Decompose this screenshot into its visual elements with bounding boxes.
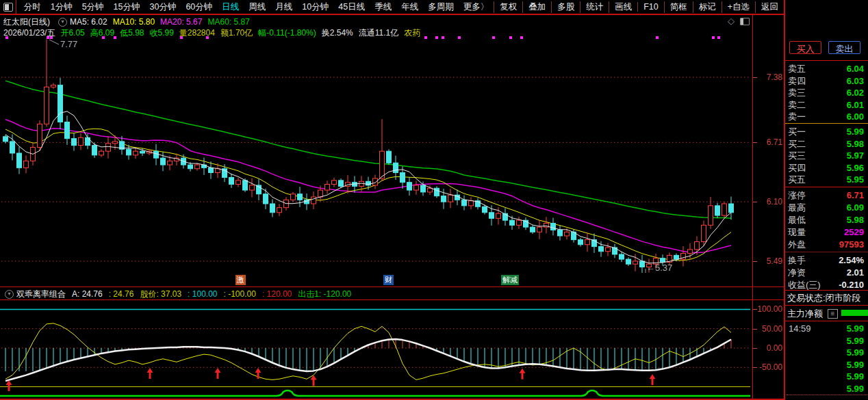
event-marker[interactable]: 财 — [383, 275, 394, 285]
period-tab-6[interactable]: 日线 — [217, 1, 244, 13]
period-tab-2[interactable]: 5分钟 — [77, 1, 109, 13]
indicator-info-segment: : -100.00 — [223, 289, 255, 299]
diamond-icon[interactable]: ◇ — [728, 16, 735, 26]
sell-level-row: 卖一6.00 — [785, 111, 868, 122]
signal-dot — [717, 36, 720, 39]
tool-button-6[interactable]: 简框 — [664, 1, 693, 13]
period-tab-9[interactable]: 10分钟 — [297, 1, 333, 13]
period-tab-7[interactable]: 周线 — [244, 1, 270, 13]
candle-body — [702, 225, 706, 241]
stat-row-label: 换手 — [788, 254, 806, 266]
buy-level-row: 买四5.96 — [785, 162, 868, 174]
sell-level-row-value: 6.00 — [847, 111, 864, 122]
indicator-axis-label: 0.00 — [754, 343, 782, 353]
tick-price: 5.99 — [847, 323, 864, 334]
sell-level-row: 卖三6.02 — [785, 87, 868, 98]
candle-body — [79, 137, 84, 145]
quote-panel: 买入 卖出 卖五6.04卖四6.03卖三6.02卖二6.01卖一6.00买一5.… — [784, 0, 868, 400]
period-tab-13[interactable]: 多周期 — [423, 1, 459, 13]
buy-level-row-value: 5.99 — [847, 126, 864, 137]
tool-button-0[interactable]: 复权 — [494, 1, 522, 13]
indicator-axis-label: 100.00 — [754, 304, 782, 314]
candle-body — [695, 241, 700, 249]
sell-button[interactable]: 卖出 — [828, 41, 860, 54]
period-tab-12[interactable]: 年线 — [396, 1, 423, 13]
tool-button-2[interactable]: 多股 — [551, 1, 580, 13]
stat-row-value: 2.54% — [839, 254, 864, 266]
layout-toggle-icon[interactable] — [3, 3, 13, 12]
stat-row-value: 6.09 — [847, 202, 864, 213]
buy-level-row-label: 买一 — [788, 126, 806, 137]
candle-body — [291, 194, 296, 200]
period-tab-5[interactable]: 60分钟 — [181, 1, 217, 13]
collapse-main-icon[interactable]: ▾ — [58, 18, 67, 27]
panel-separator — [785, 187, 868, 187]
tick-row: 5.99 — [785, 359, 868, 371]
sell-level-row-value: 6.02 — [847, 87, 864, 98]
buy-button[interactable]: 买入 — [789, 41, 821, 54]
price-axis-label: 6.10 — [754, 197, 782, 206]
period-tab-11[interactable]: 季线 — [370, 1, 396, 13]
sell-level-row-label: 卖三 — [788, 87, 806, 98]
candle-body — [236, 181, 241, 185]
signal-dot — [442, 36, 444, 39]
stat-row-label: 外盘 — [788, 239, 806, 250]
candle-body — [510, 220, 515, 225]
period-tab-8[interactable]: 月线 — [270, 1, 297, 13]
list-icon[interactable]: ≡ — [828, 309, 838, 319]
info-segment: 额1.70亿 — [220, 28, 253, 38]
candle-body — [113, 142, 118, 144]
candle-body — [578, 240, 583, 245]
axis-tick — [752, 329, 757, 330]
tick-row: 5.99 — [785, 383, 868, 395]
period-tab-10[interactable]: 45日线 — [333, 1, 370, 13]
candle-body — [373, 178, 378, 185]
candle-body — [229, 178, 234, 185]
stat-row: 最高6.09 — [785, 202, 868, 213]
event-marker[interactable]: 激 — [235, 275, 246, 285]
candle-body — [243, 181, 248, 190]
period-tab-1[interactable]: 1分钟 — [46, 1, 77, 13]
tool-button-7[interactable]: 标记 — [693, 1, 722, 13]
candle-body — [489, 213, 494, 219]
attack-line — [0, 390, 750, 396]
candle-body — [462, 200, 467, 206]
candle-body — [537, 227, 542, 232]
candle-body — [674, 255, 679, 259]
day-info-line: 2026/01/23/五开6.05高6.09低5.98收5.99量282804额… — [3, 27, 426, 39]
event-marker[interactable]: 解减 — [501, 275, 519, 285]
indicator-chart-svg[interactable] — [0, 300, 753, 399]
candle-body — [311, 197, 316, 204]
tool-button-3[interactable]: 统计 — [580, 1, 609, 13]
annotation-pointer — [49, 40, 59, 44]
stat-row-value: 5.98 — [847, 214, 864, 226]
tool-button-9[interactable]: 返回 — [755, 1, 784, 13]
candle-body — [551, 223, 556, 230]
tool-button-8[interactable]: +自选 — [722, 1, 755, 13]
trading-app: 分时1分钟5分钟15分钟30分钟60分钟日线周线月线10分钟45日线季线年线多周… — [0, 0, 868, 400]
tool-button-5[interactable]: F10 — [637, 2, 664, 12]
window-icon[interactable] — [740, 18, 750, 25]
stat-row: 净资2.01 — [785, 267, 868, 278]
buy-level-row-label: 买二 — [788, 138, 806, 150]
price-axis-label: 6.71 — [754, 137, 782, 147]
stat-row: 涨停6.71 — [785, 189, 868, 201]
period-tab-4[interactable]: 30分钟 — [145, 1, 181, 13]
main-chart-svg[interactable] — [0, 15, 753, 287]
period-tab-0[interactable]: 分时 — [19, 1, 46, 13]
tool-button-4[interactable]: 画线 — [609, 1, 637, 13]
info-segment: MA5: 6.02 — [70, 17, 107, 27]
buy-level-row-label: 买四 — [788, 162, 806, 174]
tool-button-1[interactable]: 叠加 — [522, 1, 551, 13]
signal-dot — [656, 36, 659, 39]
period-tab-3[interactable]: 15分钟 — [109, 1, 145, 13]
candle-body — [24, 161, 29, 168]
collapse-indicator-icon[interactable]: ▾ — [5, 290, 14, 299]
period-tab-14[interactable]: 更多〉 — [459, 1, 494, 13]
candle-body — [188, 165, 193, 169]
tick-price: 5.99 — [847, 371, 864, 382]
axis-tick — [752, 367, 757, 368]
signal-dot — [712, 36, 715, 39]
trade-status: 交易状态:闭市阶段 — [787, 292, 868, 304]
slow-line — [5, 339, 731, 381]
